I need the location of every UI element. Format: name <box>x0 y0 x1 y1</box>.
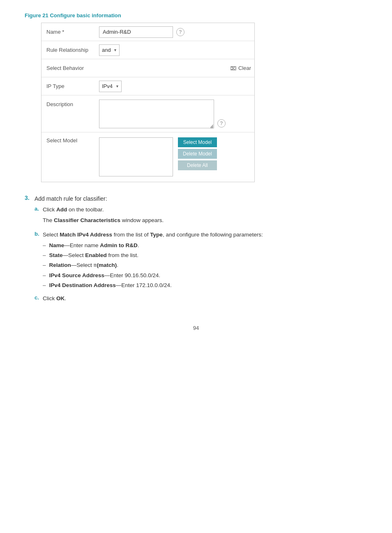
svg-point-1 <box>231 67 233 69</box>
ip-type-select[interactable]: IPv4 IPv6 <box>99 81 122 92</box>
dash-item-text: Relation—Select =(match). <box>49 261 118 269</box>
dash-item-text: State—Select Enabled from the list. <box>49 251 139 260</box>
rule-relationship-control: and or <box>99 44 254 56</box>
step-3-number: 3. <box>25 195 35 308</box>
model-list-area <box>99 137 173 176</box>
sub-a-label: a. <box>35 206 43 227</box>
name-control: ? <box>99 26 254 38</box>
select-behavior-control: Clear <box>99 65 254 72</box>
rule-relationship-label: Rule Relationship <box>42 47 99 53</box>
model-buttons: Select Model Delete Model Delete All <box>178 137 217 170</box>
dash-item-relation: – Relation—Select =(match). <box>43 261 367 269</box>
sub-c-content: Click OK. <box>43 294 367 305</box>
clear-button[interactable]: Clear <box>230 65 251 72</box>
select-model-row: Select Model Select Model Delete Model D… <box>42 132 254 182</box>
description-textarea[interactable] <box>99 100 214 128</box>
dash-item-state: – State—Select Enabled from the list. <box>43 251 367 260</box>
sub-b-text: Select Match IPv4 Address from the list … <box>43 231 367 239</box>
dash-item-text: IPv4 Source Address—Enter 90.16.50.0/24. <box>49 271 160 280</box>
description-label: Description <box>42 100 99 107</box>
figure-caption: Figure 21 Configure basic information <box>25 12 367 19</box>
dash-item-text: Name—Enter name Admin to R&D. <box>49 241 139 250</box>
sub-step-c: c. Click OK. <box>35 294 367 305</box>
clear-label: Clear <box>238 65 251 71</box>
sub-a-text: Click Add on the toolbar. <box>43 206 367 214</box>
dash-mark: – <box>43 261 46 269</box>
dash-mark: – <box>43 241 46 250</box>
select-model-button[interactable]: Select Model <box>178 137 217 147</box>
sub-c-label: c. <box>35 294 43 305</box>
rule-relationship-select[interactable]: and or <box>99 44 120 56</box>
sub-steps: a. Click Add on the toolbar. The Classif… <box>35 206 367 305</box>
name-row: Name * ? <box>42 23 254 41</box>
step-3-text: Add match rule for classifier: <box>35 195 367 203</box>
name-input[interactable] <box>99 26 173 38</box>
delete-model-button[interactable]: Delete Model <box>178 149 217 159</box>
select-behavior-label: Select Behavior <box>42 65 99 71</box>
rule-relationship-row: Rule Relationship and or <box>42 41 254 59</box>
dash-mark: – <box>43 271 46 280</box>
configure-form: Name * ? Rule Relationship and or Select… <box>41 23 255 182</box>
clear-icon <box>230 65 237 72</box>
dash-mark: – <box>43 251 46 260</box>
dash-item-ipv4-dest: – IPv4 Destination Address—Enter 172.10.… <box>43 281 367 290</box>
description-help-icon[interactable]: ? <box>217 119 226 127</box>
resize-icon: ◢ <box>210 124 213 129</box>
step-3-content: Add match rule for classifier: a. Click … <box>35 195 367 308</box>
select-model-label: Select Model <box>42 137 99 144</box>
ip-type-control: IPv4 IPv6 <box>99 81 254 92</box>
steps-section: 3. Add match rule for classifier: a. Cli… <box>25 195 367 308</box>
select-behavior-row: Select Behavior Clear <box>42 59 254 77</box>
sub-a-content: Click Add on the toolbar. The Classifier… <box>43 206 367 227</box>
page-number: 94 <box>25 325 367 331</box>
name-label: Name * <box>42 29 99 35</box>
sub-step-a: a. Click Add on the toolbar. The Classif… <box>35 206 367 227</box>
name-help-icon[interactable]: ? <box>176 28 184 36</box>
dash-item-name: – Name—Enter name Admin to R&D. <box>43 241 367 250</box>
dash-mark: – <box>43 281 46 290</box>
ip-type-select-wrapper: IPv4 IPv6 <box>99 81 122 92</box>
rule-relationship-select-wrapper: and or <box>99 44 120 56</box>
sub-b-content: Select Match IPv4 Address from the list … <box>43 231 367 292</box>
step-3: 3. Add match rule for classifier: a. Cli… <box>25 195 367 308</box>
description-control: ◢ ? <box>99 100 254 130</box>
description-textarea-wrap: ◢ <box>99 100 214 130</box>
dash-item-ipv4-source: – IPv4 Source Address—Enter 90.16.50.0/2… <box>43 271 367 280</box>
description-row: Description ◢ ? <box>42 95 254 132</box>
delete-all-button[interactable]: Delete All <box>178 160 217 170</box>
dash-item-text: IPv4 Destination Address—Enter 172.10.0.… <box>49 281 172 290</box>
sub-a-note: The Classifier Characteristics window ap… <box>43 216 367 225</box>
dash-list: – Name—Enter name Admin to R&D. – State—… <box>43 241 367 290</box>
ip-type-row: IP Type IPv4 IPv6 <box>42 77 254 95</box>
sub-step-b: b. Select Match IPv4 Address from the li… <box>35 231 367 292</box>
sub-c-text: Click OK. <box>43 294 367 303</box>
sub-b-label: b. <box>35 231 43 292</box>
ip-type-label: IP Type <box>42 83 99 89</box>
select-model-control: Select Model Delete Model Delete All <box>99 137 254 176</box>
